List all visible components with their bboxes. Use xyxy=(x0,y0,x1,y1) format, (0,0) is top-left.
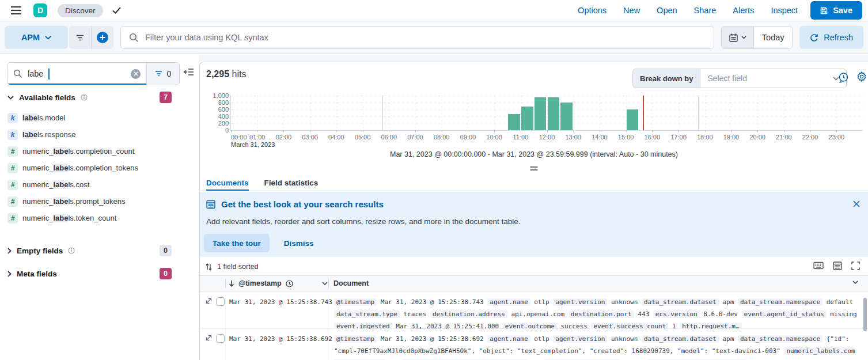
field-item-numeric_labels.cost[interactable]: #numeric_labels.cost xyxy=(7,176,192,193)
nav-link-share[interactable]: Share xyxy=(694,6,717,15)
x-tick xyxy=(283,130,284,132)
filter-lines-icon xyxy=(76,35,84,41)
x-tick xyxy=(231,130,232,132)
histogram-bar-15:00[interactable] xyxy=(627,109,639,130)
meta-fields-count-badge: 0 xyxy=(160,268,172,279)
histogram-bar-12:00[interactable] xyxy=(548,97,560,130)
date-quick-select-button[interactable] xyxy=(722,26,754,48)
histogram-chart[interactable]: March 31, 2023 02004006008001,00000:0001… xyxy=(230,96,863,131)
histogram-bar-10:30[interactable] xyxy=(508,114,520,130)
column-header-timestamp[interactable]: @timestamp xyxy=(229,276,328,291)
row-checkbox[interactable] xyxy=(216,297,225,306)
refresh-icon xyxy=(810,33,818,42)
document-cell[interactable]: @timestamp Mar 31, 2023 @ 15:25:38.692 a… xyxy=(334,333,859,360)
field-name: numeric_labels.cost xyxy=(22,180,89,189)
x-tick-label: 03:00 xyxy=(302,134,318,141)
field-item-numeric_labels.completion_tokens[interactable]: #numeric_labels.completion_tokens xyxy=(7,160,192,176)
field-chip: agent.name xyxy=(487,335,530,343)
vertical-scrollbar[interactable] xyxy=(863,298,867,331)
empty-fields-count-badge: 0 xyxy=(160,245,172,256)
breadcrumb[interactable]: Discover xyxy=(58,4,103,17)
gear-icon[interactable] xyxy=(856,71,867,82)
table-row: Mar 31, 2023 @ 15:25:38.692@timestamp Ma… xyxy=(200,329,868,360)
discover-main-panel: 2,295 hits Break down by Select field Ma… xyxy=(199,62,868,360)
collapse-sidebar-icon[interactable] xyxy=(184,68,194,76)
expand-document-icon[interactable] xyxy=(205,334,213,342)
timestamp-cell[interactable]: Mar 31, 2023 @ 15:25:38.692 xyxy=(229,333,327,345)
field-item-numeric_labels.prompt_tokens[interactable]: #numeric_labels.prompt_tokens xyxy=(7,193,192,210)
fullscreen-icon[interactable] xyxy=(851,262,860,270)
space-avatar[interactable]: D xyxy=(33,3,47,17)
section-meta-fields[interactable]: Meta fields 0 xyxy=(7,267,192,280)
chevron-down-icon[interactable] xyxy=(852,281,858,284)
nav-link-inspect[interactable]: Inspect xyxy=(771,6,798,15)
row-density-icon[interactable] xyxy=(833,262,842,270)
top-menu: OptionsNewOpenShareAlertsInspect xyxy=(578,6,798,15)
resize-handle[interactable] xyxy=(530,166,538,170)
top-header: D Discover OptionsNewOpenShareAlertsInsp… xyxy=(0,0,868,21)
breakdown-select[interactable]: Select field xyxy=(700,69,847,88)
field-item-numeric_labels.completion_count[interactable]: #numeric_labels.completion_count xyxy=(7,143,192,160)
dismiss-button[interactable]: Dismiss xyxy=(284,239,314,248)
field-item-labels.response[interactable]: klabels.response xyxy=(7,126,192,143)
save-button[interactable]: Save xyxy=(810,1,862,20)
section-available-fields[interactable]: Available fields 7 xyxy=(7,91,192,104)
tab-field-statistics[interactable]: Field statistics xyxy=(264,175,319,191)
field-search-input[interactable]: labe xyxy=(7,63,146,85)
x-tick-label: 05:00 xyxy=(355,134,371,141)
chart-options-assistant-icon[interactable] xyxy=(838,72,849,83)
histogram-bar-11:00[interactable] xyxy=(521,107,533,130)
chevron-down-icon[interactable] xyxy=(322,282,328,285)
x-tick xyxy=(468,130,468,132)
x-gridline xyxy=(442,96,442,130)
number-field-icon: # xyxy=(7,180,18,190)
field-search-value: labe xyxy=(28,69,43,78)
data-view-picker[interactable]: APM xyxy=(5,26,68,49)
field-item-numeric_labels.token_count[interactable]: #numeric_labels.token_count xyxy=(7,210,192,226)
keyboard-icon[interactable] xyxy=(813,262,824,270)
row-checkbox[interactable] xyxy=(216,334,225,343)
histogram-bar-11:30[interactable] xyxy=(535,97,547,130)
section-empty-fields[interactable]: Empty fields 0 xyxy=(7,244,192,257)
saved-check-icon xyxy=(112,7,121,14)
menu-hamburger-icon[interactable] xyxy=(10,6,22,15)
x-tick xyxy=(836,130,837,132)
nav-link-options[interactable]: Options xyxy=(578,6,607,15)
nav-link-open[interactable]: Open xyxy=(657,6,677,15)
saved-query-menu-button[interactable] xyxy=(69,26,91,49)
date-range-label[interactable]: Today xyxy=(754,26,792,48)
sort-fields-button[interactable]: 1 field sorted xyxy=(200,260,259,274)
timestamp-cell[interactable]: Mar 31, 2023 @ 15:25:38.743 xyxy=(229,296,327,308)
field-name: numeric_labels.token_count xyxy=(22,214,116,222)
nav-link-alerts[interactable]: Alerts xyxy=(733,6,754,15)
x-tick xyxy=(547,130,548,132)
tab-documents[interactable]: Documents xyxy=(206,175,249,191)
field-filter-button[interactable]: 0 xyxy=(146,63,179,85)
take-the-tour-button[interactable]: Take the tour xyxy=(204,234,270,252)
x-tick xyxy=(705,130,706,132)
keyword-field-icon: k xyxy=(7,113,18,123)
x-gridline xyxy=(336,96,337,130)
x-tick-label: 06:00 xyxy=(381,134,397,141)
histogram-bar-12:30[interactable] xyxy=(560,103,573,130)
field-item-labels.model[interactable]: klabels.model xyxy=(7,109,192,126)
refresh-button[interactable]: Refresh xyxy=(799,26,863,49)
x-gridline xyxy=(468,96,468,130)
kql-query-input[interactable]: Filter your data using KQL syntax xyxy=(120,26,714,49)
field-chip: data_stream.dataset xyxy=(642,335,719,343)
clear-search-icon[interactable] xyxy=(131,69,141,79)
column-header-document[interactable]: Document xyxy=(333,276,369,291)
nav-link-new[interactable]: New xyxy=(623,6,640,15)
query-toolbar: APM Filter your data using KQL synt xyxy=(0,21,868,54)
x-tick-label: 14:00 xyxy=(592,134,608,141)
filter-lines-icon xyxy=(155,71,162,77)
y-tick-label: 1,000 xyxy=(202,93,229,99)
expand-document-icon[interactable] xyxy=(205,297,213,305)
document-cell[interactable]: @timestamp Mar 31, 2023 @ 15:25:38.743 a… xyxy=(334,296,859,332)
reference-line xyxy=(698,96,699,130)
add-filter-button[interactable] xyxy=(92,26,113,49)
close-icon[interactable] xyxy=(853,200,860,207)
x-gridline xyxy=(757,96,758,130)
clock-icon xyxy=(286,280,293,287)
search-icon xyxy=(13,69,22,78)
